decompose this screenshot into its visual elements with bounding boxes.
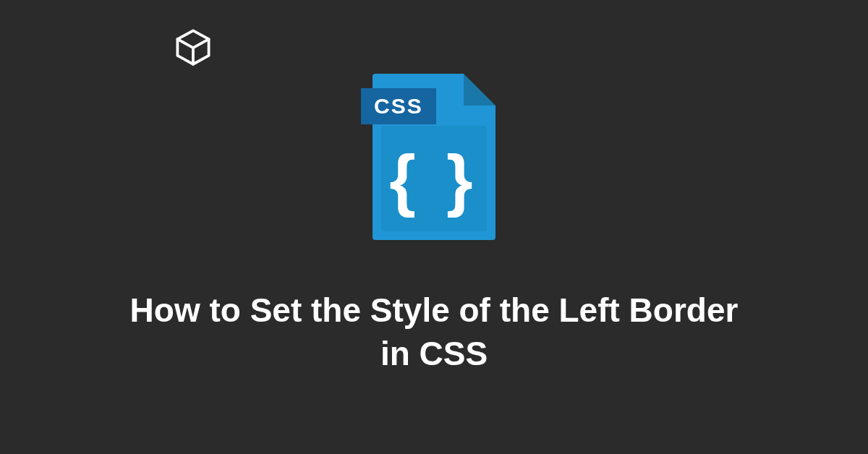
cube-icon — [174, 27, 213, 67]
css-file-icon: CSS { } — [365, 74, 503, 240]
braces-icon: { } — [365, 146, 503, 214]
css-badge: CSS — [361, 88, 436, 124]
file-fold — [464, 74, 495, 106]
page-title: How to Set the Style of the Left Border … — [0, 289, 868, 376]
